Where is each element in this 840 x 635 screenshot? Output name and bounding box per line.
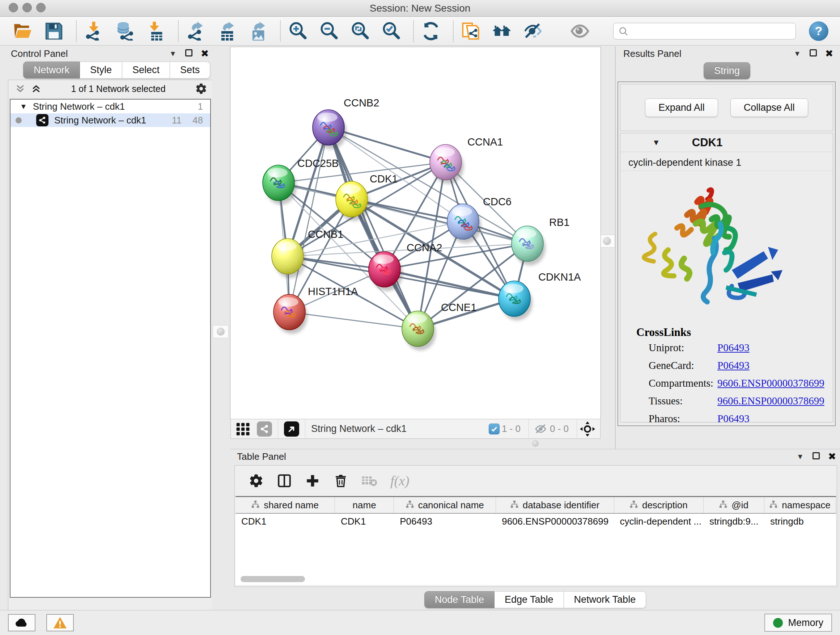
- column-header-name[interactable]: name: [335, 497, 394, 513]
- column-header--id[interactable]: @id: [704, 497, 764, 513]
- panel-float-icon[interactable]: [808, 451, 824, 462]
- tab-select[interactable]: Select: [122, 62, 170, 79]
- search-input[interactable]: [613, 23, 796, 40]
- delete-column-icon[interactable]: [333, 473, 348, 488]
- network-type-icon: [36, 114, 49, 126]
- splitter-handle[interactable]: [603, 237, 611, 245]
- crosslink-row: Uniprot:P06493: [649, 342, 833, 354]
- memory-button[interactable]: Memory: [764, 614, 832, 632]
- splitter-handle[interactable]: [532, 440, 538, 447]
- table-mode-gear-icon[interactable]: [248, 473, 264, 488]
- tab-node-table[interactable]: Node Table: [424, 591, 494, 608]
- graph-node-CCNB1[interactable]: CCNB1: [272, 228, 343, 278]
- zoom-selected-button[interactable]: [381, 21, 401, 42]
- crosslink-link[interactable]: P06493: [717, 359, 750, 371]
- import-network-button[interactable]: [83, 21, 104, 42]
- graph-edge-CCNB2-CCNE1[interactable]: [328, 127, 418, 329]
- panel-menu-icon[interactable]: ▼: [165, 50, 181, 58]
- collapse-all-icon[interactable]: [15, 83, 26, 94]
- save-session-button[interactable]: [43, 21, 65, 42]
- table-hscrollbar-thumb[interactable]: [240, 576, 305, 582]
- warnings-button[interactable]: [46, 614, 74, 631]
- open-session-button[interactable]: [12, 21, 33, 42]
- crosslink-link[interactable]: 9606.ENSP00000378699: [717, 377, 824, 389]
- graph-node-HIST1H1A[interactable]: HIST1H1A: [273, 286, 358, 334]
- expand-all-icon[interactable]: [31, 83, 42, 94]
- collapse-all-button[interactable]: Collapse All: [730, 98, 808, 117]
- tab-sets[interactable]: Sets: [170, 62, 210, 79]
- panel-close-icon[interactable]: ✖: [821, 48, 837, 59]
- first-neighbors-button[interactable]: [491, 21, 512, 42]
- right-splitter[interactable]: [600, 46, 615, 449]
- network-canvas[interactable]: CCNB2CCNA1CDC25BCDK1CDC6RB1CCNB1CCNA2CDK…: [231, 47, 600, 419]
- hidden-eye-icon: [535, 424, 548, 434]
- splitter-handle[interactable]: [217, 328, 225, 336]
- column-header-label: canonical name: [418, 500, 484, 511]
- panel-close-icon[interactable]: ✖: [824, 451, 840, 462]
- fit-selected-crosshair-icon[interactable]: [580, 421, 595, 437]
- tab-network[interactable]: Network: [23, 62, 80, 79]
- graph-node-label-CCNE1: CCNE1: [441, 302, 477, 313]
- protein-structure-image: [639, 177, 784, 318]
- selection-checkbox-icon[interactable]: [489, 424, 500, 434]
- protein-description: cyclin-dependent kinase 1: [621, 152, 833, 171]
- refresh-button[interactable]: [420, 21, 441, 42]
- tab-style[interactable]: Style: [80, 62, 122, 79]
- new-network-from-selection-button[interactable]: [460, 21, 481, 42]
- show-columns-icon[interactable]: [277, 473, 292, 488]
- collection-collapse-icon[interactable]: ▼: [20, 103, 27, 111]
- graph-node-CCNE1[interactable]: CCNE1: [402, 302, 477, 350]
- expand-all-button[interactable]: Expand All: [645, 98, 718, 117]
- panel-menu-icon[interactable]: ▼: [792, 453, 808, 461]
- network-collection-row[interactable]: ▼ String Network – cdk1 1: [11, 100, 210, 113]
- zoom-out-button[interactable]: [318, 21, 339, 42]
- left-splitter[interactable]: [212, 46, 231, 610]
- graphics-details-icon[interactable]: [236, 422, 250, 436]
- graph-node-CCNA1[interactable]: CCNA1: [430, 136, 503, 184]
- crosslink-link[interactable]: P06493: [717, 413, 750, 423]
- cloud-status-button[interactable]: [8, 614, 35, 631]
- graph-edge-CCNA2-CDKN1A[interactable]: [385, 269, 515, 299]
- export-network-button[interactable]: [185, 21, 206, 42]
- zoom-in-button[interactable]: [287, 21, 308, 42]
- graph-node-RB1[interactable]: RB1: [512, 217, 569, 265]
- export-table-button[interactable]: [216, 21, 237, 42]
- zoom-fit-button[interactable]: [349, 21, 370, 42]
- column-header-canonical-name[interactable]: canonical name: [394, 497, 496, 513]
- crosslink-link[interactable]: P06493: [717, 342, 750, 354]
- graph-edge-CCNB2-HIST1H1A[interactable]: [289, 127, 328, 312]
- protein-section-header[interactable]: ▼ CDK1: [621, 133, 833, 152]
- section-collapse-icon[interactable]: ▼: [652, 138, 660, 147]
- table-row[interactable]: CDK1CDK1P064939606.ENSP00000378699cyclin…: [235, 514, 836, 529]
- tab-network-table[interactable]: Network Table: [564, 591, 646, 608]
- tab-string[interactable]: String: [704, 62, 750, 79]
- panel-close-icon[interactable]: ✖: [197, 48, 213, 59]
- graph-edge-HIST1H1A-CCNE1[interactable]: [289, 312, 418, 329]
- help-button[interactable]: ?: [809, 21, 829, 41]
- tab-edge-table[interactable]: Edge Table: [494, 591, 564, 608]
- panel-float-icon[interactable]: [805, 49, 821, 59]
- panel-float-icon[interactable]: [181, 49, 197, 59]
- graph-node-CDKN1A[interactable]: CDKN1A: [499, 271, 581, 320]
- graph-node-label-CDC25B: CDC25B: [297, 157, 339, 169]
- network-share-icon[interactable]: [257, 421, 272, 437]
- crosslink-link[interactable]: 9606.ENSP00000378699: [717, 395, 824, 407]
- graph-node-CDC25B[interactable]: CDC25B: [263, 157, 339, 204]
- graph-node-label-RB1: RB1: [549, 217, 569, 228]
- birds-eye-view-icon[interactable]: [284, 421, 299, 437]
- hide-selected-button[interactable]: [523, 21, 543, 42]
- create-column-icon[interactable]: [305, 473, 320, 488]
- export-image-button[interactable]: [248, 21, 268, 42]
- column-header-database-identifier[interactable]: database identifier: [496, 497, 614, 513]
- network-options-gear-icon[interactable]: [195, 82, 207, 95]
- column-header-shared-name[interactable]: shared name: [235, 497, 335, 513]
- panel-menu-icon[interactable]: ▼: [789, 50, 805, 58]
- import-network-from-database-button[interactable]: [114, 21, 135, 42]
- column-header-description[interactable]: description: [614, 497, 704, 513]
- crosslink-label: Tissues:: [649, 395, 717, 407]
- network-row[interactable]: String Network – cdk1 11 48: [11, 113, 210, 127]
- graph-node-CCNB2[interactable]: CCNB2: [313, 97, 379, 149]
- column-header-namespace[interactable]: namespace: [764, 497, 836, 513]
- show-all-button[interactable]: [569, 21, 591, 42]
- import-table-button[interactable]: [145, 21, 166, 42]
